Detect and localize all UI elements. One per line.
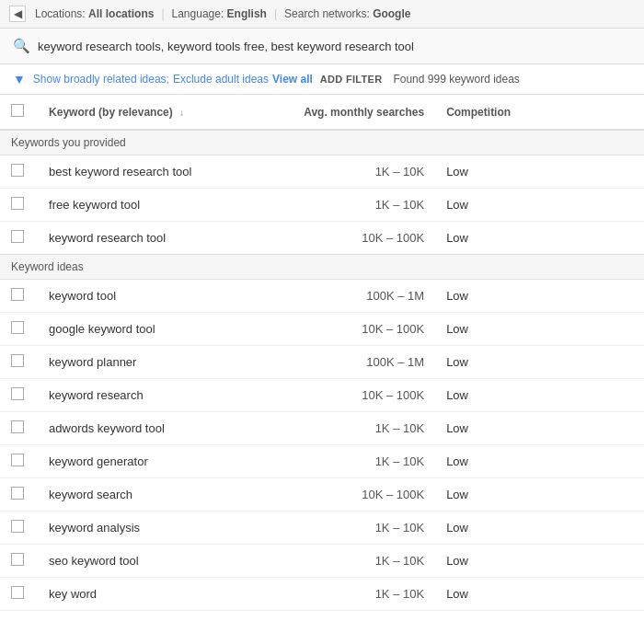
row-checkbox[interactable]	[11, 454, 24, 466]
separator2: |	[274, 7, 277, 20]
competition-column-header: Competition	[435, 95, 564, 130]
back-button[interactable]: ◀	[9, 6, 26, 22]
competition-cell: Low	[435, 445, 564, 478]
row-checkbox-cell[interactable]	[0, 445, 38, 478]
avg-monthly-cell: 1K – 10K	[276, 189, 435, 222]
keyword-cell: key word	[38, 578, 276, 611]
row-checkbox-cell[interactable]	[0, 189, 38, 222]
competition-cell: Low	[435, 478, 564, 512]
extra-cell	[565, 280, 644, 313]
add-filter-button[interactable]: ADD FILTER	[320, 74, 383, 85]
row-checkbox[interactable]	[11, 354, 24, 367]
keyword-column-header[interactable]: Keyword (by relevance) ↓	[38, 95, 276, 130]
row-checkbox-cell[interactable]	[0, 222, 38, 255]
row-checkbox[interactable]	[11, 164, 24, 177]
table-row: key word 1K – 10K Low	[0, 578, 644, 611]
extra-cell	[565, 412, 644, 445]
row-checkbox[interactable]	[11, 197, 24, 210]
competition-cell: Low	[435, 545, 564, 578]
keyword-cell: adwords keyword tool	[38, 412, 276, 445]
keyword-cell: google keyword tool	[38, 313, 276, 346]
row-checkbox-cell[interactable]	[0, 478, 38, 512]
table-row: free keyword tool 1K – 10K Low	[0, 189, 644, 222]
row-checkbox-cell[interactable]	[0, 313, 38, 346]
search-input[interactable]	[38, 40, 631, 53]
table-row: keyword research tool 10K – 100K Low	[0, 222, 644, 255]
avg-monthly-cell: 1K – 10K	[276, 155, 435, 189]
avg-monthly-cell: 1K – 10K	[276, 412, 435, 445]
found-count: Found 999 keyword ideas	[393, 73, 519, 86]
extra-cell	[565, 578, 644, 611]
extra-cell	[565, 379, 644, 412]
back-icon: ◀	[14, 7, 22, 20]
row-checkbox-cell[interactable]	[0, 512, 38, 545]
row-checkbox-cell[interactable]	[0, 379, 38, 412]
avg-monthly-cell: 100K – 1M	[276, 346, 435, 379]
row-checkbox[interactable]	[11, 230, 24, 243]
avg-monthly-cell: 10K – 100K	[276, 478, 435, 512]
extra-cell	[565, 512, 644, 545]
table-row: keyword search 10K – 100K Low	[0, 478, 644, 512]
row-checkbox-cell[interactable]	[0, 346, 38, 379]
row-checkbox[interactable]	[11, 387, 24, 400]
section-title: Keyword ideas	[0, 255, 644, 280]
competition-cell: Low	[435, 412, 564, 445]
row-checkbox-cell[interactable]	[0, 578, 38, 611]
row-checkbox[interactable]	[11, 420, 24, 433]
avg-monthly-cell: 1K – 10K	[276, 578, 435, 611]
row-checkbox-cell[interactable]	[0, 280, 38, 313]
row-checkbox[interactable]	[11, 487, 24, 500]
select-all-checkbox[interactable]	[11, 104, 24, 117]
row-checkbox[interactable]	[11, 520, 24, 533]
extra-cell	[565, 155, 644, 189]
keyword-cell: keyword research tool	[38, 222, 276, 255]
show-broadly-link[interactable]: Show broadly related ideas;	[33, 73, 169, 86]
keyword-cell: keyword search	[38, 478, 276, 512]
keyword-cell: keyword analysis	[38, 512, 276, 545]
keyword-table: Keyword (by relevance) ↓ Avg. monthly se…	[0, 95, 644, 611]
table-row: keyword tool 100K – 1M Low	[0, 280, 644, 313]
row-checkbox-cell[interactable]	[0, 155, 38, 189]
table-row: best keyword research tool 1K – 10K Low	[0, 155, 644, 189]
keyword-cell: keyword tool	[38, 280, 276, 313]
row-checkbox[interactable]	[11, 586, 24, 599]
select-all-header[interactable]	[0, 95, 38, 130]
keyword-cell: keyword planner	[38, 346, 276, 379]
filter-bar: ▼ Show broadly related ideas; Exclude ad…	[0, 64, 644, 95]
competition-cell: Low	[435, 512, 564, 545]
extra-cell	[565, 222, 644, 255]
view-all-link[interactable]: View all	[272, 73, 313, 86]
locations-value: All locations	[88, 7, 154, 20]
keyword-cell: free keyword tool	[38, 189, 276, 222]
extra-column-header	[565, 95, 644, 130]
avg-monthly-cell: 1K – 10K	[276, 445, 435, 478]
competition-cell: Low	[435, 313, 564, 346]
row-checkbox[interactable]	[11, 288, 24, 301]
extra-cell	[565, 346, 644, 379]
competition-cell: Low	[435, 346, 564, 379]
search-icon: 🔍	[13, 38, 30, 54]
competition-cell: Low	[435, 379, 564, 412]
section-header-row: Keyword ideas	[0, 255, 644, 280]
table-row: google keyword tool 10K – 100K Low	[0, 313, 644, 346]
section-title: Keywords you provided	[0, 130, 644, 155]
table-header-row: Keyword (by relevance) ↓ Avg. monthly se…	[0, 95, 644, 130]
keyword-cell: seo keyword tool	[38, 545, 276, 578]
avg-monthly-cell: 1K – 10K	[276, 512, 435, 545]
extra-cell	[565, 313, 644, 346]
competition-cell: Low	[435, 189, 564, 222]
row-checkbox-cell[interactable]	[0, 412, 38, 445]
table-row: seo keyword tool 1K – 10K Low	[0, 545, 644, 578]
row-checkbox[interactable]	[11, 553, 24, 566]
exclude-adult-link[interactable]: Exclude adult ideas	[173, 73, 269, 86]
separator1: |	[161, 7, 164, 20]
keyword-cell: best keyword research tool	[38, 155, 276, 189]
competition-cell: Low	[435, 155, 564, 189]
keyword-cell: keyword generator	[38, 445, 276, 478]
row-checkbox-cell[interactable]	[0, 545, 38, 578]
keyword-table-container: Keyword (by relevance) ↓ Avg. monthly se…	[0, 95, 644, 611]
search-bar: 🔍	[0, 29, 644, 64]
competition-cell: Low	[435, 222, 564, 255]
row-checkbox[interactable]	[11, 321, 24, 334]
table-row: keyword analysis 1K – 10K Low	[0, 512, 644, 545]
